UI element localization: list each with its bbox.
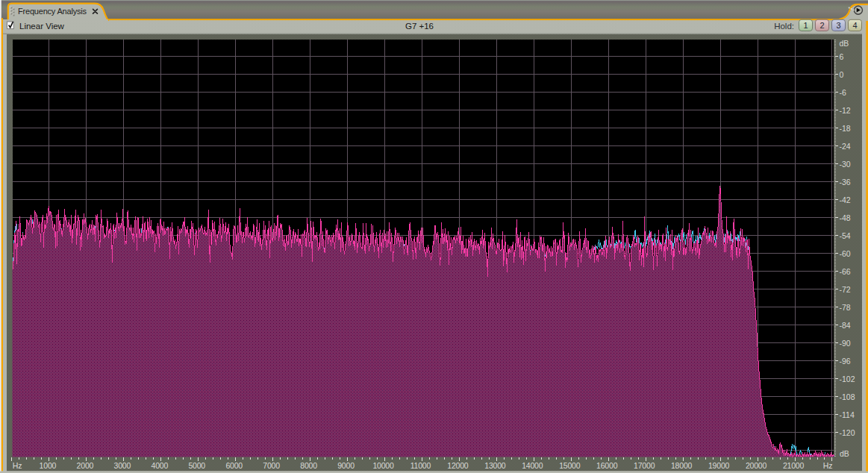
svg-text:-102: -102 [840, 375, 855, 383]
svg-text:8000: 8000 [300, 461, 317, 470]
svg-text:-42: -42 [840, 195, 851, 204]
svg-text:-96: -96 [840, 357, 851, 366]
svg-text:Frequency Analysis: Frequency Analysis [18, 7, 87, 16]
svg-text:21000: 21000 [783, 461, 805, 470]
svg-text:dB: dB [840, 39, 849, 48]
svg-text:G7 +16: G7 +16 [405, 22, 434, 31]
svg-text:18000: 18000 [671, 461, 693, 470]
svg-text:Hz: Hz [13, 461, 22, 470]
svg-text:20000: 20000 [746, 461, 767, 470]
svg-text:0: 0 [840, 70, 844, 79]
svg-text:-24: -24 [840, 142, 851, 151]
svg-text:-72: -72 [840, 285, 851, 294]
svg-text:-84: -84 [840, 321, 851, 330]
svg-text:14000: 14000 [522, 461, 543, 470]
svg-text:6: 6 [840, 52, 844, 61]
svg-text:13000: 13000 [484, 461, 506, 470]
svg-text:7000: 7000 [263, 461, 280, 470]
svg-text:12000: 12000 [447, 461, 469, 470]
svg-text:-78: -78 [840, 303, 851, 312]
svg-text:dB: dB [840, 449, 849, 458]
svg-text:-108: -108 [840, 392, 855, 401]
svg-text:4000: 4000 [152, 461, 169, 470]
svg-text:11000: 11000 [410, 461, 431, 470]
svg-text:19000: 19000 [708, 461, 730, 470]
svg-text:15000: 15000 [559, 461, 581, 470]
svg-text:17000: 17000 [634, 461, 655, 470]
svg-text:5000: 5000 [188, 461, 205, 470]
svg-text:-60: -60 [840, 249, 851, 258]
svg-text:4: 4 [852, 21, 857, 30]
svg-text:10000: 10000 [372, 461, 394, 470]
svg-text:16000: 16000 [596, 461, 618, 470]
svg-text:1000: 1000 [40, 461, 57, 470]
svg-text:-30: -30 [840, 160, 851, 169]
svg-text:Linear View: Linear View [19, 22, 65, 31]
svg-text:3: 3 [836, 21, 840, 30]
svg-text:Hold:: Hold: [774, 22, 794, 31]
svg-text:-120: -120 [840, 428, 855, 437]
svg-text:-54: -54 [840, 231, 851, 240]
svg-text:-66: -66 [840, 267, 851, 276]
svg-text:1: 1 [803, 21, 808, 30]
svg-text:-48: -48 [840, 213, 851, 222]
svg-text:-12: -12 [840, 106, 851, 115]
svg-text:3000: 3000 [114, 461, 131, 470]
svg-text:-6: -6 [840, 88, 846, 97]
svg-text:-114: -114 [840, 410, 855, 419]
svg-text:Hz: Hz [823, 461, 832, 470]
svg-text:6000: 6000 [225, 461, 243, 470]
svg-text:2000: 2000 [77, 461, 94, 470]
svg-text:-36: -36 [840, 178, 851, 187]
svg-text:2: 2 [819, 21, 824, 30]
svg-text:-90: -90 [840, 339, 851, 348]
svg-text:9000: 9000 [337, 461, 355, 470]
svg-text:-18: -18 [840, 124, 851, 133]
